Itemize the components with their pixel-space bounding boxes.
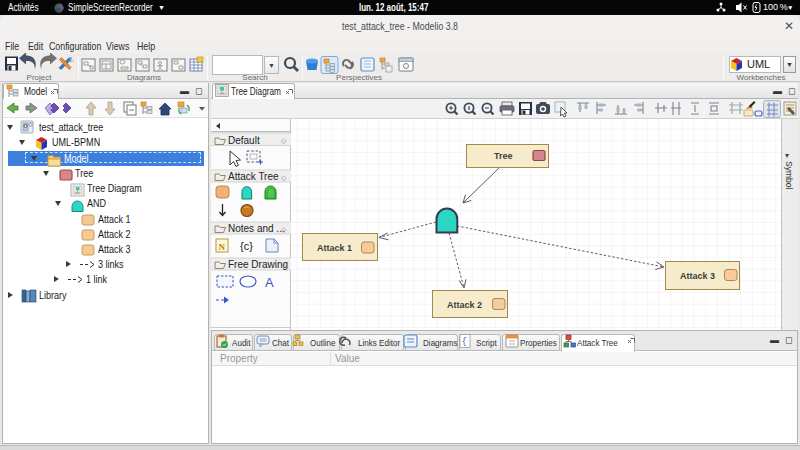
svg-text:Free Drawing: Free Drawing	[228, 259, 288, 270]
svg-text:◇: ◇	[281, 262, 287, 269]
svg-text:N: N	[219, 242, 226, 252]
svg-text:Attack 2: Attack 2	[447, 300, 482, 310]
svg-text:Default: Default	[228, 135, 260, 146]
svg-text:{: {	[462, 337, 467, 347]
svg-text:◇: ◇	[281, 137, 287, 144]
svg-text:◇: ◇	[281, 226, 287, 233]
svg-text:Attack 1: Attack 1	[317, 243, 352, 253]
svg-text:Attack Tree: Attack Tree	[228, 171, 279, 182]
svg-text:Attack 3: Attack 3	[680, 271, 715, 281]
svg-text:◇: ◇	[281, 174, 287, 181]
svg-text:Tree: Tree	[494, 151, 513, 161]
svg-text:Notes and ...: Notes and ...	[228, 223, 285, 234]
svg-text:{c}: {c}	[240, 240, 253, 252]
svg-text:A: A	[265, 275, 274, 290]
